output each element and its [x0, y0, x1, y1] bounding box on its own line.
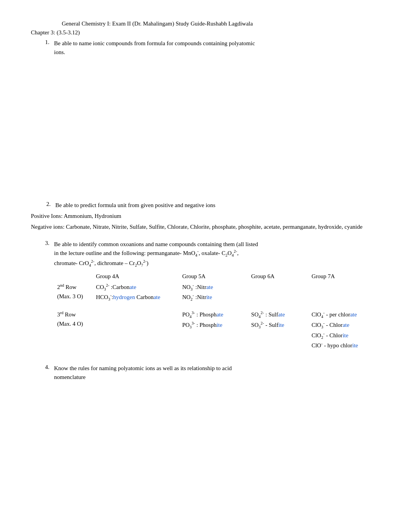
row-2nd: 2nd Row (Max. 3 O) CO32- :Carbonate HCO3… — [54, 282, 386, 304]
group-6a-header: Group 6A — [248, 271, 308, 282]
header-title: General Chemistry I: Exam II (Dr. Mahali… — [31, 19, 379, 28]
item-4: 4. Know the rules for naming polyatomic … — [31, 364, 379, 381]
gap-2 — [31, 233, 379, 240]
item-3-content: Be able to identify common oxoanions and… — [54, 240, 379, 269]
page-content: General Chemistry I: Exam II (Dr. Mahali… — [31, 19, 379, 381]
item-2: 2. Be able to predict formula unit from … — [31, 201, 379, 210]
item-1-content: Be able to name ionic compounds from for… — [54, 39, 379, 56]
row2-col5a: NO3- :Nitrate NO2- :Nitrite — [179, 282, 248, 304]
item-1-number: 1. — [31, 39, 54, 56]
item-3: 3. Be able to identify common oxoanions … — [31, 240, 379, 351]
item-4-number: 4. — [31, 364, 54, 381]
header-block: General Chemistry I: Exam II (Dr. Mahali… — [31, 19, 379, 37]
row3-col5a: PO43- : Phosphate PO33- : Phosphite — [179, 309, 248, 351]
row3-col6a: SO42- : Sulfate SO32- - Sulfite — [248, 309, 308, 351]
header-chapter: Chapter 3: (3.5-3.12) — [31, 28, 379, 37]
group-7a-header: Group 7A — [308, 271, 386, 282]
group-table: Group 4A Group 5A Group 6A Group 7A 2nd … — [54, 271, 386, 351]
gap-3 — [31, 351, 379, 358]
item-1: 1. Be able to name ionic compounds from … — [31, 39, 379, 56]
row2-col7a — [308, 282, 386, 304]
group-4a-header: Group 4A — [93, 271, 179, 282]
negative-ions-line: Negative ions: Carbonate, Nitrate, Nitri… — [31, 222, 379, 231]
item-4-content: Know the rules for naming polyatomic ion… — [54, 364, 379, 381]
row3-col7a: ClO4- - per chlorate ClO3- - Chlorate Cl… — [308, 309, 386, 351]
row-3rd: 3rd Row (Max. 4 O) PO43- : Phosphate PO3… — [54, 309, 386, 351]
row2-col6a — [248, 282, 308, 304]
spacer-row — [54, 304, 386, 309]
item-2-content: Be able to predict formula unit from giv… — [55, 201, 379, 210]
row3-col4a — [93, 309, 179, 351]
group-5a-header: Group 5A — [179, 271, 248, 282]
gap-1 — [31, 58, 379, 201]
item-3-number: 3. — [31, 240, 54, 269]
row2-col4a: CO32- :Carbonate HCO3-:hydrogen Carbonat… — [93, 282, 179, 304]
item-2-number: 2. — [31, 201, 55, 210]
positive-ions-line: Positive Ions: Ammonium, Hydronium — [31, 211, 379, 221]
group-header-row: Group 4A Group 5A Group 6A Group 7A — [54, 271, 386, 282]
